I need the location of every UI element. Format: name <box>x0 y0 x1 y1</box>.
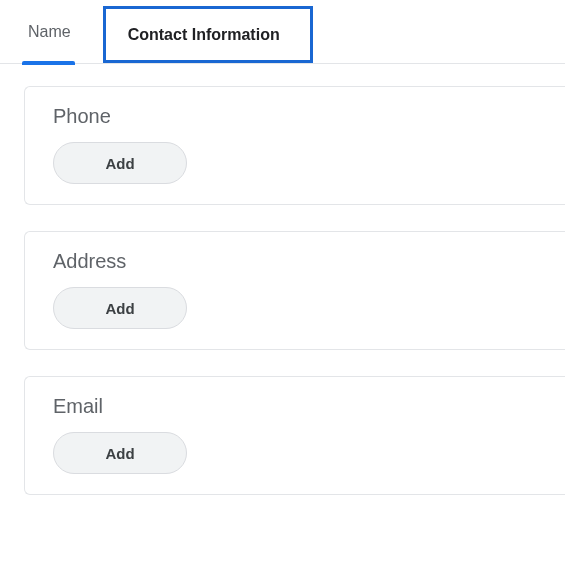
add-address-button-label: Add <box>105 300 134 317</box>
section-email: Email Add <box>24 376 565 495</box>
section-phone-title: Phone <box>53 105 565 128</box>
tab-name-label: Name <box>28 23 71 41</box>
add-address-button[interactable]: Add <box>53 287 187 329</box>
section-address-title: Address <box>53 250 565 273</box>
add-email-button[interactable]: Add <box>53 432 187 474</box>
section-address: Address Add <box>24 231 565 350</box>
tab-contact-label: Contact Information <box>128 26 280 44</box>
section-email-title: Email <box>53 395 565 418</box>
tab-name-underline <box>22 61 75 65</box>
tab-contact-information[interactable]: Contact Information <box>103 6 313 63</box>
add-email-button-label: Add <box>105 445 134 462</box>
content-area: Phone Add Address Add Email Add <box>0 64 565 495</box>
tab-name[interactable]: Name <box>18 0 89 63</box>
add-phone-button-label: Add <box>105 155 134 172</box>
section-phone: Phone Add <box>24 86 565 205</box>
add-phone-button[interactable]: Add <box>53 142 187 184</box>
tab-strip: Name Contact Information <box>0 0 565 64</box>
